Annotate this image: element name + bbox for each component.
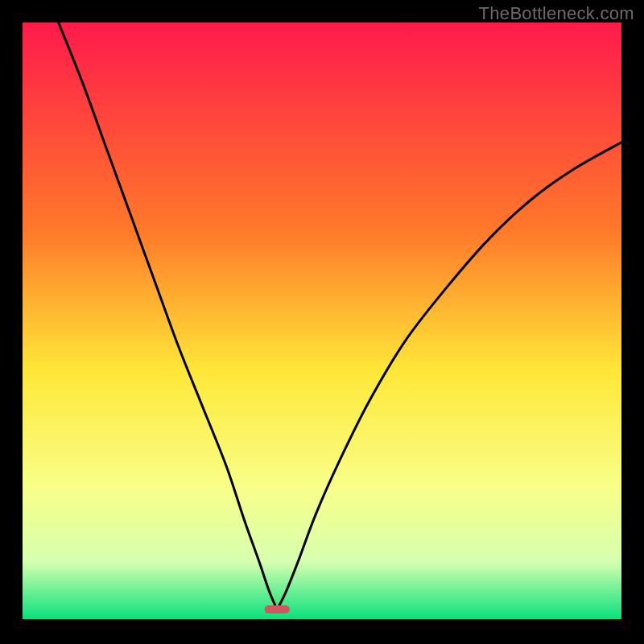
x-axis-line bbox=[23, 619, 621, 621]
watermark-text: TheBottleneck.com bbox=[479, 3, 634, 24]
optimum-marker bbox=[265, 605, 290, 613]
plot-area bbox=[23, 23, 621, 621]
gradient-background bbox=[23, 23, 621, 621]
chart-frame: TheBottleneck.com bbox=[0, 0, 644, 644]
bottleneck-chart bbox=[23, 23, 621, 621]
